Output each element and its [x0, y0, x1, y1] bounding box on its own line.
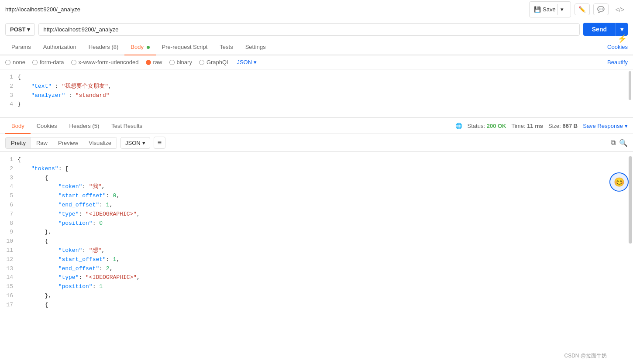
request-code-editor: 1234 { "text" : "我想要个女朋友", "analyzer" : … — [0, 69, 633, 113]
tab-tests[interactable]: Tests — [213, 39, 239, 55]
status-ok: 200 OK — [487, 123, 506, 129]
format-visualize[interactable]: Visualize — [83, 137, 117, 148]
filter-icon[interactable]: ≡ — [154, 137, 165, 149]
tab-pre-request[interactable]: Pre-request Script — [156, 39, 214, 55]
save-label: Save — [543, 6, 556, 13]
url-input[interactable] — [38, 23, 579, 36]
beautify-button[interactable]: Beautify — [607, 59, 628, 65]
response-toolbar: Pretty Raw Preview Visualize JSON ▾ ≡ ⧉ … — [0, 134, 633, 152]
radio-raw[interactable] — [146, 60, 151, 65]
top-bar-url: http://localhost:9200/_analyze — [5, 6, 80, 13]
tab-authorization[interactable]: Authorization — [37, 39, 83, 55]
radio-graphql[interactable] — [199, 60, 204, 65]
response-tab-headers[interactable]: Headers (5) — [63, 118, 106, 134]
method-caret: ▾ — [27, 26, 30, 33]
radio-none[interactable] — [5, 60, 10, 65]
save-icon: 💾 — [534, 6, 541, 13]
response-json-label: JSON — [125, 140, 141, 146]
globe-icon: 🌐 — [455, 123, 462, 129]
copy-icon[interactable]: ⧉ — [611, 139, 616, 147]
request-scrollbar[interactable] — [629, 71, 631, 100]
avatar-bubble[interactable]: 😊 — [609, 172, 629, 192]
body-dot — [147, 46, 150, 49]
response-json-dropdown[interactable]: JSON ▾ — [120, 137, 150, 149]
save-button[interactable]: 💾 Save ▾ — [529, 1, 571, 17]
response-tab-cookies[interactable]: Cookies — [31, 118, 63, 134]
comment-icon-button[interactable]: 💬 — [593, 3, 609, 15]
option-raw[interactable]: raw — [146, 59, 162, 65]
save-response-label: Save Response — [583, 123, 623, 129]
radio-binary[interactable] — [169, 60, 175, 65]
size-label: Size: 667 B — [548, 123, 578, 129]
code-icon[interactable]: </> — [612, 4, 628, 15]
tab-body[interactable]: Body — [124, 39, 155, 55]
response-code-area[interactable]: 123456 789101112 1314151617 { "tokens": … — [0, 152, 633, 340]
request-code-area: 1234 { "text" : "我想要个女朋友", "analyzer" : … — [0, 69, 633, 117]
watermark: CSDN @拉面牛奶 — [564, 352, 607, 360]
cookies-link[interactable]: Cookies — [607, 44, 628, 50]
status-label: Status: 200 OK — [468, 123, 506, 129]
url-bar: POST ▾ Send ▾ — [0, 19, 633, 39]
body-options: none form-data x-www-form-urlencoded raw… — [0, 55, 633, 69]
top-bar-actions: 💾 Save ▾ ✏️ 💬 </> — [529, 1, 628, 17]
method-select[interactable]: POST ▾ — [5, 23, 35, 36]
format-pretty[interactable]: Pretty — [6, 137, 31, 148]
response-code-content[interactable]: { "tokens": [ { "token": "我", "start_off… — [17, 152, 633, 313]
format-tabs: Pretty Raw Preview Visualize — [5, 137, 117, 149]
response-line-numbers: 123456 789101112 1314151617 — [0, 152, 17, 313]
tab-params[interactable]: Params — [5, 39, 37, 55]
lightning-icon[interactable]: ⚡ — [617, 34, 627, 44]
json-caret: ▾ — [254, 59, 257, 65]
save-response-button[interactable]: Save Response ▾ — [583, 123, 628, 129]
json-label: JSON — [237, 59, 252, 65]
request-section: POST ▾ Send ▾ Params Authorization Heade… — [0, 19, 633, 118]
format-raw[interactable]: Raw — [31, 137, 53, 148]
request-line-numbers: 1234 — [0, 69, 17, 113]
response-code-editor: 123456 789101112 1314151617 { "tokens": … — [0, 152, 633, 313]
edit-icon-button[interactable]: ✏️ — [575, 3, 590, 15]
option-none[interactable]: none — [5, 59, 25, 65]
send-label[interactable]: Send — [583, 23, 616, 36]
response-tabs: Body Cookies Headers (5) Test Results 🌐 … — [0, 118, 633, 134]
response-meta: 🌐 Status: 200 OK Time: 11 ms Size: 667 B… — [455, 123, 628, 129]
request-tabs: Params Authorization Headers (8) Body Pr… — [0, 39, 633, 55]
response-tab-test-results[interactable]: Test Results — [105, 118, 148, 134]
radio-form-data[interactable] — [32, 60, 38, 65]
option-form-data[interactable]: form-data — [32, 59, 64, 65]
search-icon[interactable]: 🔍 — [619, 139, 628, 147]
option-binary[interactable]: binary — [169, 59, 192, 65]
response-tab-body[interactable]: Body — [5, 118, 31, 134]
tab-settings[interactable]: Settings — [239, 39, 272, 55]
response-section: Body Cookies Headers (5) Test Results 🌐 … — [0, 118, 633, 340]
time-label: Time: 11 ms — [511, 123, 543, 129]
format-preview[interactable]: Preview — [53, 137, 83, 148]
radio-urlencoded[interactable] — [71, 60, 76, 65]
response-scrollbar[interactable] — [629, 156, 632, 244]
tab-headers[interactable]: Headers (8) — [83, 39, 125, 55]
top-bar: http://localhost:9200/_analyze 💾 Save ▾ … — [0, 0, 633, 19]
option-urlencoded[interactable]: x-www-form-urlencoded — [71, 59, 139, 65]
save-response-caret: ▾ — [625, 123, 628, 129]
response-json-caret: ▾ — [142, 140, 145, 146]
method-label: POST — [10, 26, 25, 33]
json-select[interactable]: JSON ▾ — [237, 59, 257, 65]
save-caret[interactable]: ▾ — [557, 4, 566, 15]
option-graphql[interactable]: GraphQL — [199, 59, 230, 65]
request-code-content[interactable]: { "text" : "我想要个女朋友", "analyzer" : "stan… — [17, 69, 633, 113]
